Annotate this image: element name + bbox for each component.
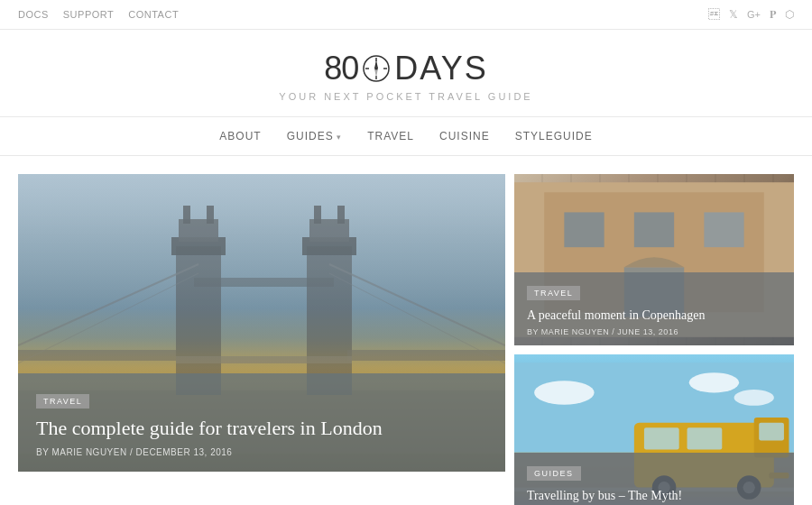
svg-point-37 (689, 372, 739, 392)
svg-point-38 (734, 390, 774, 406)
svg-line-24 (18, 264, 198, 345)
guides-dropdown-arrow: ▾ (334, 133, 343, 142)
nav-support[interactable]: SUPPORT (63, 9, 114, 20)
side-post-bus[interactable]: GUIDES Travelling by bus – The Myth! BY … (514, 354, 794, 505)
nav-about[interactable]: ABOUT (219, 130, 261, 142)
social-icons:  𝕏 G+ 𝐏 ⬡ (708, 7, 794, 22)
featured-meta: BY MARIE NGUYEN / DECEMBER 13, 2016 (36, 447, 487, 457)
svg-rect-31 (564, 212, 604, 247)
google-plus-icon[interactable]: G+ (747, 9, 761, 20)
nav-styleguide[interactable]: STYLEGUIDE (515, 130, 593, 142)
nav-travel[interactable]: TRAVEL (367, 130, 414, 142)
svg-rect-45 (759, 423, 784, 441)
featured-overlay: TRAVEL The complete guide for travelers … (18, 373, 505, 472)
svg-rect-23 (194, 278, 334, 287)
pinterest-icon[interactable]: 𝐏 (770, 8, 776, 21)
site-tagline: YOUR NEXT POCKET TRAVEL GUIDE (0, 91, 812, 102)
svg-rect-19 (337, 206, 345, 224)
copenhagen-overlay: TRAVEL A peaceful moment in Copenhagen B… (514, 272, 794, 345)
compass-icon (360, 52, 392, 85)
svg-point-36 (534, 381, 594, 405)
top-nav: DOCS SUPPORT CONTACT (18, 9, 179, 20)
title-number: 80 (324, 50, 358, 87)
content-area: TRAVEL The complete guide for travelers … (0, 156, 812, 505)
facebook-icon[interactable]:  (708, 7, 720, 22)
svg-rect-13 (183, 206, 190, 224)
bus-title: Travelling by bus – The Myth! (527, 488, 781, 504)
side-post-copenhagen[interactable]: TRAVEL A peaceful moment in Copenhagen B… (514, 174, 794, 345)
bus-category-badge: GUIDES (527, 466, 581, 481)
copenhagen-title: A peaceful moment in Copenhagen (527, 308, 781, 324)
nav-cuisine[interactable]: CUISINE (439, 130, 490, 142)
svg-rect-15 (307, 246, 352, 395)
side-posts: TRAVEL A peaceful moment in Copenhagen B… (514, 174, 794, 505)
svg-rect-14 (207, 206, 214, 224)
nav-guides[interactable]: GUIDES ▾ (287, 130, 343, 142)
svg-rect-18 (314, 206, 321, 224)
svg-rect-32 (634, 212, 674, 247)
svg-rect-22 (176, 356, 352, 363)
site-title: 80 DAYS (0, 50, 812, 87)
svg-rect-33 (704, 212, 743, 247)
svg-rect-44 (687, 427, 723, 449)
site-header: 80 DAYS YOUR NEXT POCKET TRAVEL GUIDE (0, 30, 812, 117)
nav-docs[interactable]: DOCS (18, 9, 49, 20)
copenhagen-category-badge: TRAVEL (527, 286, 580, 300)
featured-title: The complete guide for travelers in Lond… (36, 416, 487, 442)
featured-post[interactable]: TRAVEL The complete guide for travelers … (18, 174, 505, 472)
svg-rect-43 (644, 427, 679, 449)
nav-contact[interactable]: CONTACT (128, 9, 179, 20)
twitter-icon[interactable]: 𝕏 (729, 8, 738, 21)
main-nav: ABOUT GUIDES ▾ TRAVEL CUISINE STYLEGUIDE (0, 117, 812, 156)
instagram-icon[interactable]: ⬡ (785, 8, 794, 21)
featured-category-badge: TRAVEL (36, 394, 89, 409)
copenhagen-meta: BY MARIE NGUYEN / JUNE 13, 2016 (527, 327, 781, 336)
top-bar: DOCS SUPPORT CONTACT  𝕏 G+ 𝐏 ⬡ (0, 0, 812, 30)
svg-rect-10 (176, 246, 221, 395)
bus-overlay: GUIDES Travelling by bus – The Myth! BY … (514, 453, 794, 505)
svg-line-26 (329, 264, 505, 345)
title-days: DAYS (394, 50, 487, 87)
